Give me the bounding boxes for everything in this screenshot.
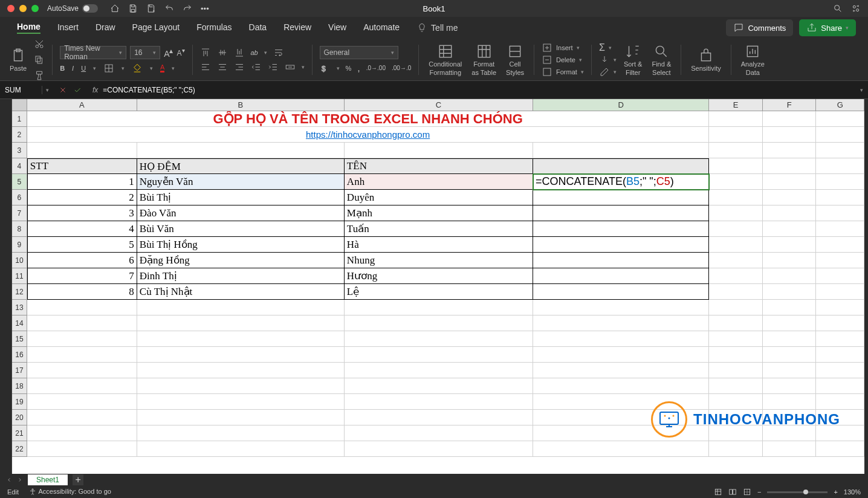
cell-C14[interactable] [345,315,533,331]
cell-C8[interactable]: Tuấn [345,221,533,237]
search-icon[interactable] [833,4,843,13]
column-header-d[interactable]: D [533,99,709,111]
cell-E7[interactable] [709,205,763,221]
decrease-decimal-icon[interactable]: .00→.0 [392,65,411,71]
align-right-icon[interactable] [234,62,245,73]
enter-icon[interactable] [73,86,82,94]
decrease-indent-icon[interactable] [251,62,262,73]
cell-B20[interactable] [137,410,345,425]
row-header[interactable]: 14 [12,315,27,331]
cell-G13[interactable] [816,300,864,315]
wrap-text-icon[interactable] [273,47,284,58]
cell-F10[interactable] [763,253,817,268]
cell-C17[interactable] [345,363,533,378]
cell-G5[interactable] [816,174,864,190]
cell-C10[interactable]: Nhung [345,253,533,268]
home-icon[interactable] [110,4,120,13]
comma-icon[interactable]: , [357,63,360,74]
cell-C3[interactable] [345,143,533,158]
cell-E2[interactable] [709,127,763,143]
cell-D10[interactable] [533,253,709,268]
cell-C6[interactable]: Duyên [345,190,533,205]
cell-B19[interactable] [137,394,345,410]
cell-G16[interactable] [816,347,864,363]
cell-A17[interactable] [27,363,137,378]
cell-C21[interactable] [345,425,533,441]
conditional-formatting-button[interactable]: ConditionalFormatting [426,44,464,76]
page-layout-view-icon[interactable] [728,488,737,496]
cell-B18[interactable] [137,378,345,394]
cell-C13[interactable] [345,300,533,315]
close-window-button[interactable] [7,5,15,12]
tab-formulas[interactable]: Formulas [196,22,232,33]
cell-D13[interactable] [533,300,709,315]
cell-F4[interactable] [763,158,817,174]
cell-F6[interactable] [763,190,817,205]
cell-F17[interactable] [763,363,817,378]
cell-D15[interactable] [533,331,709,347]
cell-F7[interactable] [763,205,817,221]
cell-E22[interactable] [709,441,763,457]
cell-A2[interactable]: https://tinhocvanphongpro.com [27,127,709,143]
cell-E6[interactable] [709,190,763,205]
save-icon[interactable] [128,4,138,13]
cell-D5[interactable]: =CONCATENATE(B5;" ";C5) [533,174,709,190]
spreadsheet-grid[interactable]: ABCDEFG 1GỘP HỌ VÀ TÊN TRONG EXCEL NHANH… [12,99,864,474]
cell-D12[interactable] [533,284,709,300]
accounting-icon[interactable]: $ [320,63,331,74]
column-header-g[interactable]: G [816,99,864,111]
save-as-icon[interactable] [146,4,156,13]
column-header-f[interactable]: F [763,99,817,111]
cell-D14[interactable] [533,315,709,331]
cell-A14[interactable] [27,315,137,331]
tab-insert[interactable]: Insert [57,22,79,33]
cell-G14[interactable] [816,315,864,331]
format-painter-icon[interactable] [34,70,45,81]
row-header[interactable]: 21 [12,425,27,441]
cell-F11[interactable] [763,268,817,284]
tell-me-search[interactable]: Tell me [416,22,458,33]
row-header[interactable]: 7 [12,205,27,221]
cell-A1[interactable]: GỘP HỌ VÀ TÊN TRONG EXCEL NHANH CHÓNG [27,111,709,127]
cell-F16[interactable] [763,347,817,363]
cell-A22[interactable] [27,441,137,457]
column-header-c[interactable]: C [345,99,533,111]
cell-A15[interactable] [27,331,137,347]
cell-E12[interactable] [709,284,763,300]
cell-C4[interactable]: TÊN [345,158,533,174]
underline-button[interactable]: U [81,65,86,72]
cell-E15[interactable] [709,331,763,347]
cell-B7[interactable]: Đào Văn [137,205,345,221]
more-icon[interactable]: ••• [201,4,209,13]
row-header[interactable]: 5 [12,174,27,190]
cell-B5[interactable]: Nguyễn Văn [137,174,345,190]
name-box-dropdown-icon[interactable]: ▾ [42,87,53,93]
cell-E1[interactable] [709,111,763,127]
tab-automate[interactable]: Automate [363,22,400,33]
number-format-dropdown[interactable]: General▾ [320,46,398,59]
cell-B22[interactable] [137,441,345,457]
cell-G9[interactable] [816,237,864,253]
increase-decimal-icon[interactable]: .0→.00 [366,65,386,71]
cell-F18[interactable] [763,378,817,394]
column-header-a[interactable]: A [27,99,137,111]
align-middle-icon[interactable] [217,47,228,58]
row-header[interactable]: 12 [12,284,27,300]
row-header[interactable]: 19 [12,394,27,410]
sensitivity-button[interactable]: Sensitivity [688,48,724,72]
tab-review[interactable]: Review [283,22,311,33]
tab-page-layout[interactable]: Page Layout [132,22,180,33]
cell-C5[interactable]: Anh [345,174,533,190]
cell-E4[interactable] [709,158,763,174]
cell-A4[interactable]: STT [27,158,137,174]
row-header[interactable]: 4 [12,158,27,174]
cell-A9[interactable]: 5 [27,237,137,253]
cell-F8[interactable] [763,221,817,237]
row-header[interactable]: 16 [12,347,27,363]
cell-D18[interactable] [533,378,709,394]
cell-G4[interactable] [816,158,864,174]
maximize-window-button[interactable] [31,5,39,12]
row-header[interactable]: 22 [12,441,27,457]
cell-E8[interactable] [709,221,763,237]
undo-icon[interactable] [164,4,174,13]
